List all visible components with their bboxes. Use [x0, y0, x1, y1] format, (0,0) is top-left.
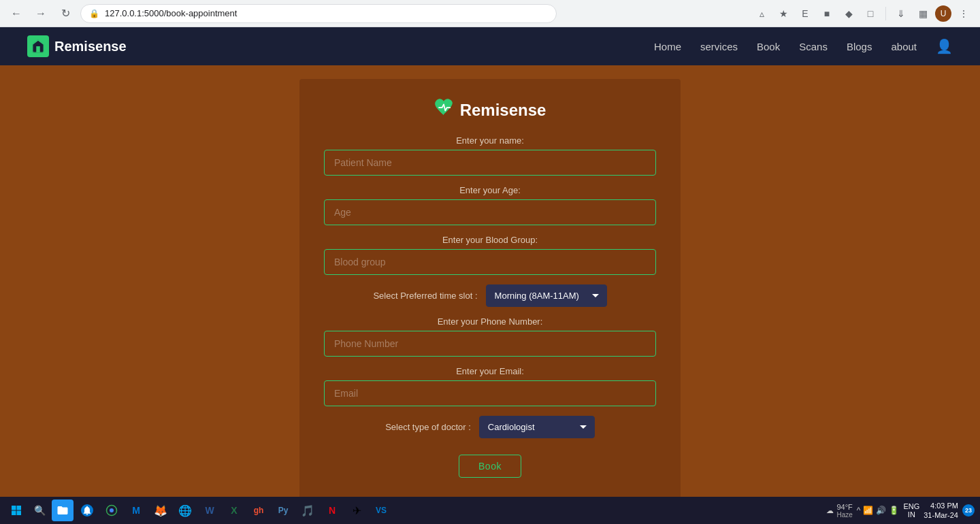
taskbar-app-excel[interactable]: X: [223, 500, 245, 521]
nav-services[interactable]: services: [700, 41, 738, 52]
battery-icon[interactable]: 🔋: [889, 506, 899, 515]
weather-desc: Haze: [836, 511, 852, 519]
extension3-icon[interactable]: ◆: [839, 4, 858, 23]
screenshot-icon[interactable]: ▵: [752, 4, 771, 23]
taskbar-clock: 4:03 PM 31-Mar-24: [924, 501, 958, 521]
svg-rect-2: [12, 511, 16, 516]
nav-blogs[interactable]: Blogs: [847, 41, 872, 52]
taskbar-app-python[interactable]: Py: [272, 500, 294, 521]
phone-input[interactable]: [324, 331, 656, 357]
nav-home[interactable]: Home: [654, 41, 681, 52]
network-icon[interactable]: 📶: [863, 506, 873, 515]
phone-group: Enter your Phone Number:: [324, 316, 656, 357]
taskbar-app-git[interactable]: gh: [248, 500, 270, 521]
taskbar-app-vscode[interactable]: VS: [370, 500, 392, 521]
name-input[interactable]: [324, 150, 656, 176]
form-card: Remisense Enter your name: Enter your Ag…: [299, 79, 681, 500]
blood-group: Enter your Blood Group:: [324, 235, 656, 275]
taskbar-app-edge[interactable]: 🌐: [174, 500, 196, 521]
time-display: 4:03 PM: [930, 501, 958, 510]
lock-icon: 🔒: [89, 9, 99, 18]
start-button[interactable]: [5, 500, 27, 521]
svg-rect-1: [17, 506, 22, 510]
address-bar[interactable]: 🔒 127.0.0.1:5000/book-appointment: [80, 4, 557, 23]
taskbar-app-files[interactable]: [52, 500, 74, 521]
age-input[interactable]: [324, 199, 656, 225]
form-logo: Remisense: [434, 98, 546, 122]
doctor-label: Select type of doctor :: [385, 422, 471, 432]
taskbar-app-netflix[interactable]: N: [321, 500, 343, 521]
extension2-icon[interactable]: ■: [817, 4, 836, 23]
taskbar-app-telegram[interactable]: ✈: [346, 500, 368, 521]
browser-actions: ▵ ★ E ■ ◆ □ ⇓ ▦ U ⋮: [752, 4, 973, 23]
profile-icon[interactable]: U: [935, 5, 951, 22]
name-label: Enter your name:: [324, 135, 656, 146]
extension1-icon[interactable]: E: [796, 4, 815, 23]
nav-about[interactable]: about: [891, 41, 917, 52]
svg-point-4: [110, 508, 114, 512]
age-group: Enter your Age:: [324, 185, 656, 225]
divider: [885, 7, 886, 20]
book-button[interactable]: Book: [459, 455, 521, 478]
menu-icon[interactable]: ⋮: [954, 4, 973, 23]
name-group: Enter your name:: [324, 135, 656, 176]
brand-name: Remisense: [54, 39, 127, 54]
navbar: Remisense Home services Book Scans Blogs…: [0, 27, 980, 65]
blood-input[interactable]: [324, 249, 656, 275]
page-content: Remisense Enter your name: Enter your Ag…: [0, 65, 980, 513]
refresh-button[interactable]: ↻: [56, 4, 75, 23]
email-group: Enter your Email:: [324, 366, 656, 406]
taskbar-app-chrome[interactable]: [101, 500, 122, 521]
navbar-nav: Home services Book Scans Blogs about 👤: [654, 38, 953, 54]
blood-label: Enter your Blood Group:: [324, 235, 656, 245]
url-text: 127.0.0.1:5000/book-appointment: [105, 8, 237, 18]
doctor-select[interactable]: Cardiologist Neurologist Orthopedist Der…: [479, 416, 595, 438]
volume-icon[interactable]: 🔊: [876, 506, 886, 515]
language-indicator: ENG IN: [903, 502, 919, 519]
nav-book[interactable]: Book: [757, 41, 780, 52]
download-icon[interactable]: ⇓: [892, 4, 911, 23]
browser-chrome: ← → ↻ 🔒 127.0.0.1:5000/book-appointment …: [0, 0, 980, 27]
brand-logo[interactable]: Remisense: [27, 35, 127, 57]
svg-rect-0: [12, 506, 16, 510]
bookmark-icon[interactable]: ★: [774, 4, 793, 23]
taskbar-app-spotify[interactable]: 🎵: [297, 500, 318, 521]
nav-scans[interactable]: Scans: [799, 41, 828, 52]
form-logo-icon: [434, 98, 453, 122]
svg-rect-3: [17, 511, 22, 516]
taskbar-app-ms[interactable]: M: [125, 500, 147, 521]
age-label: Enter your Age:: [324, 185, 656, 195]
timeslot-select[interactable]: Morning (8AM-11AM) Afternoon (11AM-2PM) …: [486, 284, 607, 307]
date-display: 31-Mar-24: [924, 510, 958, 520]
sys-tray: ^ 📶 🔊 🔋: [857, 506, 900, 515]
taskbar-app-notification[interactable]: [76, 500, 98, 521]
chevron-up-icon[interactable]: ^: [857, 506, 861, 515]
email-input[interactable]: [324, 380, 656, 406]
weather-temp: 94°F: [836, 503, 852, 511]
timeslot-group: Select Preferred time slot : Morning (8A…: [324, 284, 656, 307]
taskbar-app-firefox[interactable]: 🦊: [150, 500, 172, 521]
taskbar-app-word[interactable]: W: [199, 500, 220, 521]
split-icon[interactable]: ▦: [913, 4, 932, 23]
taskbar-right: ☁ 94°F Haze ^ 📶 🔊 🔋 ENG IN 4:03 PM 31-Ma…: [826, 501, 975, 521]
extensions-icon[interactable]: □: [861, 4, 880, 23]
user-icon[interactable]: 👤: [936, 38, 953, 54]
email-label: Enter your Email:: [324, 366, 656, 376]
back-button[interactable]: ←: [7, 4, 26, 23]
form-logo-text: Remisense: [460, 101, 546, 120]
taskbar-search[interactable]: 🔍: [30, 501, 49, 520]
taskbar: 🔍 M 🦊 🌐 W X gh Py 🎵 N ✈ VS: [0, 497, 980, 524]
brand-icon: [27, 35, 49, 57]
phone-label: Enter your Phone Number:: [324, 316, 656, 327]
taskbar-weather: ☁ 94°F Haze: [826, 503, 852, 519]
timeslot-label: Select Preferred time slot :: [373, 291, 477, 301]
notification-count[interactable]: 23: [962, 504, 975, 517]
doctor-group: Select type of doctor : Cardiologist Neu…: [324, 416, 656, 438]
forward-button[interactable]: →: [31, 4, 50, 23]
